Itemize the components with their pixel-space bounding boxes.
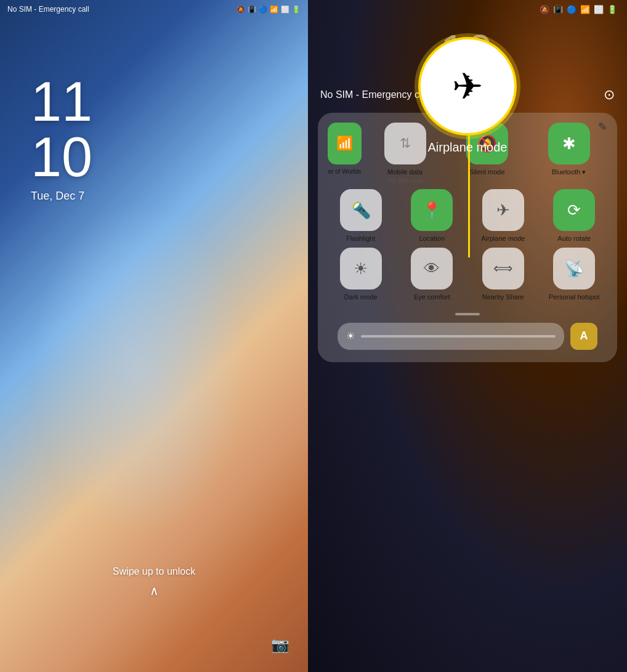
mobile-data-sublabel: No SIM card: [388, 177, 423, 184]
lock-status-bar: No SIM - Emergency call 🔕 📳 🔵 📶 ⬜ 🔋: [0, 0, 308, 18]
wifi-tile-icon: 📶: [328, 123, 362, 164]
tile-auto-rotate[interactable]: ⟳ Auto rotate: [541, 189, 608, 243]
airplane-tile-icon: ✈: [482, 189, 524, 231]
swipe-label: Swipe up to unlock: [113, 566, 195, 577]
bluetooth-label: Bluetooth ▾: [552, 168, 586, 176]
qs-bluetooth-status-icon: 🔵: [567, 5, 576, 14]
auto-rotate-icon-symbol: ⟳: [567, 201, 581, 220]
wifi-icon-symbol: 📶: [336, 136, 353, 152]
tile-bluetooth[interactable]: ✱ Bluetooth ▾: [530, 123, 607, 176]
flashlight-icon-symbol: 🔦: [351, 201, 371, 220]
wifi-icon: 📶: [270, 6, 278, 14]
mobile-data-tile-icon: ⇅: [384, 123, 426, 164]
tile-airplane-mode[interactable]: ✈ Airplane mode: [470, 189, 536, 243]
camera-icon[interactable]: 📷: [271, 636, 289, 654]
lock-minutes: 10: [31, 129, 92, 185]
tile-wifi[interactable]: 📶 er of Worlds: [328, 123, 362, 176]
lock-screen: No SIM - Emergency call 🔕 📳 🔵 📶 ⬜ 🔋 11 1…: [0, 0, 308, 672]
dark-mode-label: Dark mode: [344, 293, 378, 301]
tile-dark-mode[interactable]: ☀ Dark mode: [328, 248, 394, 301]
qs-wifi-status-icon: 📶: [580, 5, 590, 14]
nearby-share-label: Nearby Share: [482, 293, 524, 301]
dark-mode-icon-symbol: ☀: [354, 259, 368, 278]
edit-icon: ✎: [598, 121, 607, 133]
silent-mode-label: Silent mode: [469, 168, 504, 176]
location-tile-icon: 📍: [411, 189, 453, 231]
mobile-data-icon-symbol: ⇅: [400, 136, 411, 152]
sim-icon: ⬜: [281, 6, 289, 14]
auto-rotate-tile-icon: ⟳: [553, 189, 595, 231]
vibrate-icon: 📳: [248, 6, 256, 14]
tile-nearby-share[interactable]: ⟺ Nearby Share: [470, 248, 536, 301]
location-label: Location: [419, 235, 445, 243]
battery-icon: 🔋: [292, 6, 301, 14]
brightness-row: ☀ A: [338, 320, 597, 352]
qs-settings-icon[interactable]: ⊙: [604, 87, 615, 103]
airplane-mode-label: Airplane mode: [481, 235, 525, 243]
qs-vibrate-icon: 📳: [553, 5, 563, 14]
brightness-icon: ☀: [346, 330, 355, 342]
qs-status-bar: 🔕 📳 🔵 📶 ⬜ 🔋: [308, 0, 627, 19]
location-icon-symbol: 📍: [422, 201, 442, 220]
qs-row-2: 🔦 Flashlight 📍 Location ✈ Airplane mode: [328, 189, 607, 243]
bluetooth-icon-symbol: ✱: [562, 134, 576, 153]
airplane-highlight-icon: ✈: [452, 65, 483, 108]
lock-time-container: 11 10 Tue, Dec 7: [31, 74, 92, 203]
dark-mode-tile-icon: ☀: [340, 248, 382, 289]
swipe-unlock-text[interactable]: Swipe up to unlock ∧: [113, 566, 195, 598]
lock-status-icons: 🔕 📳 🔵 📶 ⬜ 🔋: [237, 6, 301, 14]
tile-eye-comfort[interactable]: 👁 Eye comfort: [399, 248, 466, 301]
qs-edit-button[interactable]: ✎: [598, 120, 607, 134]
qs-row-3: ☀ Dark mode 👁 Eye comfort ⟺ Nearby Share: [328, 248, 607, 301]
eye-comfort-label: Eye comfort: [414, 293, 450, 301]
personal-hotspot-label: Personal hotspot: [549, 293, 600, 301]
airplane-mode-highlight[interactable]: ✈: [418, 37, 517, 136]
qs-sim-status-icon: ⬜: [594, 5, 604, 14]
brightness-track[interactable]: [361, 335, 556, 338]
scroll-hint: [328, 307, 607, 318]
qs-mute-icon: 🔕: [540, 5, 549, 14]
personal-hotspot-tile-icon: 📡: [553, 248, 595, 289]
personal-hotspot-icon-symbol: 📡: [564, 259, 584, 278]
nearby-share-icon-symbol: ⟺: [493, 261, 513, 277]
brightness-bar[interactable]: ☀: [338, 323, 564, 350]
swipe-arrow-icon: ∧: [113, 583, 195, 598]
input-method-button[interactable]: A: [570, 323, 597, 350]
nearby-share-tile-icon: ⟺: [482, 248, 524, 289]
qs-battery-status-icon: 🔋: [607, 5, 617, 14]
mobile-data-label: Mobile data: [387, 168, 423, 176]
tile-personal-hotspot[interactable]: 📡 Personal hotspot: [541, 248, 608, 301]
eye-comfort-tile-icon: 👁: [411, 248, 453, 289]
quick-settings-panel: ✈ Airplane mode 🔕 📳 🔵 📶 ⬜ 🔋 10 No SIM - …: [308, 0, 627, 672]
bluetooth-tile-icon: ✱: [548, 123, 590, 164]
tile-flashlight[interactable]: 🔦 Flashlight: [328, 189, 394, 243]
wifi-tile-label: er of Worlds: [328, 168, 362, 176]
eye-comfort-icon-symbol: 👁: [424, 259, 440, 278]
flashlight-tile-icon: 🔦: [340, 189, 382, 231]
bluetooth-icon: 🔵: [259, 6, 267, 14]
tile-location[interactable]: 📍 Location: [399, 189, 466, 243]
airplane-mode-label-overlay: Airplane mode: [428, 140, 508, 155]
input-method-label: A: [580, 330, 588, 342]
lock-date: Tue, Dec 7: [31, 190, 92, 203]
airplane-icon-symbol: ✈: [496, 201, 510, 220]
flashlight-label: Flashlight: [346, 235, 375, 243]
mute-icon: 🔕: [237, 6, 245, 14]
scroll-hint-bar: [455, 313, 480, 315]
lock-status-carrier: No SIM - Emergency call: [7, 5, 89, 14]
auto-rotate-label: Auto rotate: [557, 235, 591, 243]
lock-hours: 11: [31, 74, 92, 129]
